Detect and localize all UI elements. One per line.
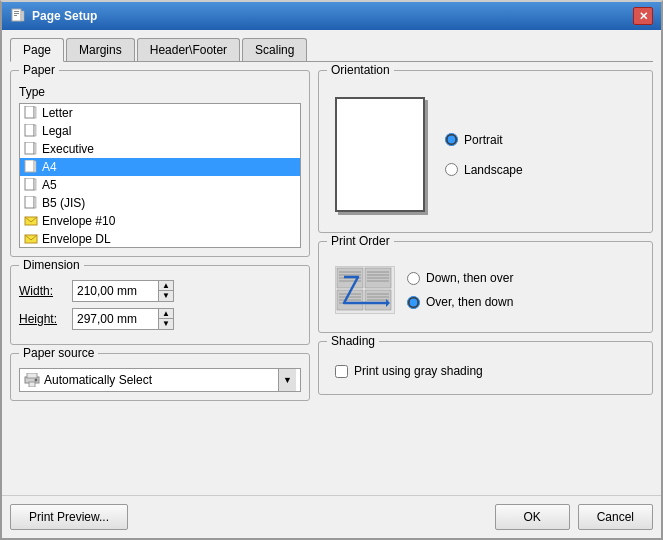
gray-shading-label[interactable]: Print using gray shading	[335, 364, 636, 378]
order-pattern-svg	[336, 267, 394, 313]
source-dropdown-arrow[interactable]: ▼	[278, 369, 296, 391]
svg-rect-10	[34, 143, 36, 154]
title-bar-left: Page Setup	[10, 8, 97, 24]
svg-rect-2	[14, 13, 19, 14]
list-item-label: A5	[42, 178, 57, 192]
width-row: Width: ▲ ▼	[19, 280, 301, 302]
svg-rect-22	[29, 382, 35, 387]
svg-rect-1	[14, 11, 19, 12]
right-panel: Orientation Portrait Landscape	[318, 70, 653, 487]
down-then-over-text: Down, then over	[426, 271, 513, 285]
tab-bar: Page Margins Header\Footer Scaling	[10, 38, 653, 62]
list-item[interactable]: Letter	[20, 104, 300, 122]
portrait-radio-label[interactable]: Portrait	[445, 133, 523, 147]
page-icon	[24, 196, 38, 210]
dimension-group: Dimension Width: ▲ ▼ Height:	[10, 265, 310, 345]
print-preview-button[interactable]: Print Preview...	[10, 504, 128, 530]
svg-rect-3	[14, 15, 17, 16]
width-spinner[interactable]: ▲ ▼	[158, 281, 173, 301]
list-item[interactable]: Envelope #10	[20, 212, 300, 230]
svg-rect-8	[34, 125, 36, 136]
over-then-down-radio[interactable]	[407, 296, 420, 309]
over-then-down-text: Over, then down	[426, 295, 513, 309]
paper-source-group: Paper source Automatically Select	[10, 353, 310, 401]
svg-rect-11	[25, 160, 34, 172]
page-icon	[24, 178, 38, 192]
print-order-icon	[335, 266, 395, 314]
portrait-label: Portrait	[464, 133, 503, 147]
svg-point-23	[35, 379, 38, 382]
paper-group: Paper Type Letter	[10, 70, 310, 257]
svg-rect-15	[25, 196, 34, 208]
landscape-radio[interactable]	[445, 163, 458, 176]
svg-rect-14	[34, 179, 36, 190]
list-item[interactable]: A5	[20, 176, 300, 194]
landscape-label: Landscape	[464, 163, 523, 177]
height-input-wrap[interactable]: ▲ ▼	[72, 308, 174, 330]
width-input-wrap[interactable]: ▲ ▼	[72, 280, 174, 302]
shading-box: Print using gray shading	[327, 356, 644, 386]
dimension-group-label: Dimension	[19, 258, 84, 272]
width-input[interactable]	[73, 281, 158, 301]
svg-rect-6	[34, 107, 36, 118]
ok-button[interactable]: OK	[495, 504, 570, 530]
portrait-radio[interactable]	[445, 133, 458, 146]
svg-rect-12	[34, 161, 36, 172]
page-icon	[24, 142, 38, 156]
height-label: Height:	[19, 312, 64, 326]
list-item-selected[interactable]: A4	[20, 158, 300, 176]
print-order-box: Down, then over Over, then down	[327, 256, 644, 324]
paper-group-label: Paper	[19, 63, 59, 77]
page-icon	[24, 160, 38, 174]
dialog-icon	[10, 8, 26, 24]
svg-rect-16	[34, 197, 36, 208]
list-item-label: Legal	[42, 124, 71, 138]
orientation-group-label: Orientation	[327, 63, 394, 77]
close-button[interactable]: ✕	[633, 7, 653, 25]
list-item-label: Executive	[42, 142, 94, 156]
print-order-group-label: Print Order	[327, 234, 394, 248]
shading-group-label: Shading	[327, 334, 379, 348]
cancel-button[interactable]: Cancel	[578, 504, 653, 530]
list-item-label: A4	[42, 160, 57, 174]
over-then-down-label[interactable]: Over, then down	[407, 295, 513, 309]
list-item-label: Envelope DL	[42, 232, 111, 246]
height-spin-up[interactable]: ▲	[159, 309, 173, 319]
list-item[interactable]: Legal	[20, 122, 300, 140]
height-input[interactable]	[73, 309, 158, 329]
tab-page[interactable]: Page	[10, 38, 64, 62]
left-panel: Paper Type Letter	[10, 70, 310, 487]
height-spinner[interactable]: ▲ ▼	[158, 309, 173, 329]
title-text: Page Setup	[32, 9, 97, 23]
width-spin-up[interactable]: ▲	[159, 281, 173, 291]
paper-source-label: Paper source	[19, 346, 98, 360]
source-select[interactable]: Automatically Select ▼	[19, 368, 301, 392]
tab-scaling[interactable]: Scaling	[242, 38, 307, 61]
down-then-over-radio[interactable]	[407, 272, 420, 285]
orientation-radios: Portrait Landscape	[445, 133, 523, 177]
down-then-over-label[interactable]: Down, then over	[407, 271, 513, 285]
height-spin-down[interactable]: ▼	[159, 319, 173, 329]
list-item-label: Envelope #10	[42, 214, 115, 228]
print-order-group: Print Order	[318, 241, 653, 333]
svg-rect-13	[25, 178, 34, 190]
list-item[interactable]: Envelope DL	[20, 230, 300, 248]
svg-rect-9	[25, 142, 34, 154]
orientation-box: Portrait Landscape	[327, 85, 644, 224]
type-label: Type	[19, 85, 301, 99]
printer-source-icon	[24, 373, 40, 387]
list-item[interactable]: Executive	[20, 140, 300, 158]
landscape-radio-label[interactable]: Landscape	[445, 163, 523, 177]
gray-shading-checkbox[interactable]	[335, 365, 348, 378]
tab-header-footer[interactable]: Header\Footer	[137, 38, 240, 61]
source-select-wrap: Automatically Select ▼	[19, 368, 301, 392]
svg-rect-7	[25, 124, 34, 136]
paper-type-list[interactable]: Letter Legal	[19, 103, 301, 248]
page-setup-dialog: Page Setup ✕ Page Margins Header\Footer …	[0, 0, 663, 540]
orientation-group: Orientation Portrait Landscape	[318, 70, 653, 233]
dialog-footer: Print Preview... OK Cancel	[2, 495, 661, 538]
list-item[interactable]: B5 (JIS)	[20, 194, 300, 212]
page-icon	[24, 124, 38, 138]
width-spin-down[interactable]: ▼	[159, 291, 173, 301]
tab-margins[interactable]: Margins	[66, 38, 135, 61]
